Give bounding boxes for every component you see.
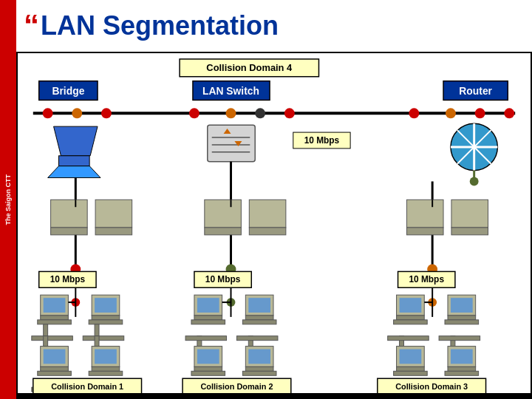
- svg-rect-61: [92, 316, 120, 320]
- svg-text:10 Mbps: 10 Mbps: [50, 274, 86, 284]
- svg-rect-89: [185, 336, 227, 341]
- title-text: LAN Segmentation: [41, 10, 279, 41]
- svg-rect-136: [400, 349, 422, 364]
- svg-rect-71: [44, 349, 66, 364]
- svg-rect-68: [38, 371, 72, 375]
- svg-rect-122: [400, 298, 422, 313]
- svg-rect-80: [249, 200, 286, 228]
- svg-rect-134: [394, 371, 428, 375]
- svg-rect-65: [95, 298, 117, 313]
- svg-rect-25: [208, 125, 255, 162]
- svg-rect-75: [95, 336, 99, 347]
- svg-rect-44: [51, 200, 88, 228]
- svg-rect-77: [95, 349, 117, 364]
- svg-rect-102: [191, 371, 225, 375]
- svg-point-19: [504, 108, 514, 118]
- svg-rect-107: [242, 371, 276, 375]
- svg-marker-22: [54, 126, 98, 156]
- title-quote: “: [24, 10, 39, 41]
- svg-rect-69: [44, 336, 48, 347]
- svg-rect-55: [32, 336, 73, 341]
- svg-rect-130: [439, 336, 480, 341]
- svg-point-12: [189, 108, 200, 118]
- svg-point-13: [226, 108, 236, 118]
- svg-rect-119: [394, 320, 428, 324]
- svg-rect-54: [44, 324, 48, 336]
- svg-rect-133: [397, 366, 425, 371]
- svg-rect-109: [248, 349, 270, 364]
- svg-point-10: [72, 108, 82, 118]
- svg-rect-95: [245, 316, 273, 320]
- svg-rect-67: [41, 366, 69, 371]
- svg-point-18: [475, 108, 485, 118]
- svg-rect-62: [89, 320, 123, 324]
- svg-rect-78: [205, 200, 242, 228]
- svg-rect-73: [92, 366, 120, 371]
- svg-rect-139: [445, 371, 479, 375]
- bottom-bar: [0, 393, 532, 399]
- svg-text:10 Mbps: 10 Mbps: [205, 274, 241, 284]
- svg-rect-99: [248, 298, 270, 313]
- svg-text:Bridge: Bridge: [52, 85, 84, 97]
- svg-point-15: [284, 108, 295, 118]
- svg-rect-111: [406, 228, 443, 235]
- svg-rect-96: [242, 320, 276, 324]
- diagram-area: Collision Domain 4 Bridge LAN Switch Rou…: [16, 52, 532, 399]
- svg-text:10 Mbps: 10 Mbps: [304, 135, 340, 146]
- svg-rect-98: [236, 336, 278, 341]
- svg-rect-101: [194, 366, 222, 371]
- svg-point-11: [101, 108, 112, 118]
- svg-rect-118: [397, 316, 425, 320]
- svg-rect-81: [249, 228, 286, 235]
- svg-rect-131: [451, 298, 473, 313]
- title-area: “ LAN Segmentation: [16, 0, 532, 52]
- svg-text:Router: Router: [459, 85, 492, 97]
- svg-rect-64: [83, 336, 124, 341]
- svg-rect-53: [38, 320, 72, 324]
- svg-rect-79: [205, 228, 242, 235]
- svg-text:10 Mbps: 10 Mbps: [409, 274, 444, 284]
- svg-point-37: [470, 177, 479, 186]
- svg-rect-23: [59, 156, 90, 166]
- svg-rect-52: [41, 316, 69, 320]
- svg-text:Collision Domain 1: Collision Domain 1: [51, 382, 123, 391]
- svg-rect-56: [44, 298, 66, 313]
- sidebar-label: The Saigon CTT: [0, 0, 16, 399]
- svg-rect-138: [448, 366, 476, 371]
- svg-text:LAN Switch: LAN Switch: [202, 85, 259, 97]
- svg-rect-106: [245, 366, 273, 371]
- svg-rect-127: [448, 316, 476, 320]
- svg-rect-104: [197, 349, 219, 364]
- svg-point-14: [255, 108, 265, 118]
- svg-rect-47: [95, 228, 132, 235]
- svg-rect-128: [445, 320, 479, 324]
- svg-marker-24: [48, 166, 100, 178]
- svg-rect-112: [451, 200, 488, 228]
- svg-point-17: [446, 108, 456, 118]
- svg-rect-74: [89, 371, 123, 375]
- svg-rect-90: [197, 298, 219, 313]
- svg-text:Collision Domain 2: Collision Domain 2: [200, 382, 273, 391]
- svg-rect-87: [191, 320, 225, 324]
- svg-text:Collision Domain 3: Collision Domain 3: [395, 382, 468, 391]
- svg-rect-121: [388, 336, 429, 341]
- svg-rect-63: [95, 324, 99, 336]
- svg-text:Collision Domain 4: Collision Domain 4: [206, 62, 293, 73]
- svg-rect-86: [194, 316, 222, 320]
- svg-rect-110: [406, 200, 443, 228]
- svg-point-16: [409, 108, 419, 118]
- svg-point-9: [43, 108, 53, 118]
- svg-rect-46: [95, 200, 132, 228]
- svg-rect-113: [451, 228, 488, 235]
- svg-rect-45: [51, 228, 88, 235]
- svg-rect-141: [451, 349, 473, 364]
